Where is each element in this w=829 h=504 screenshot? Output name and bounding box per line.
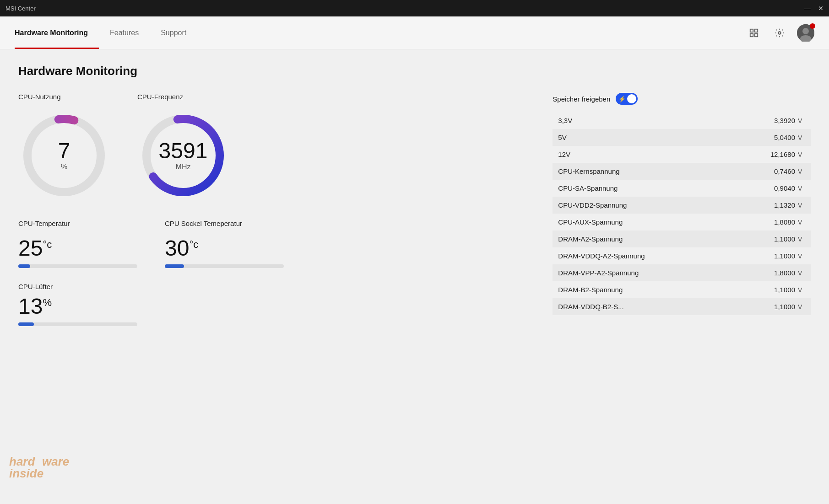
voltage-unit-4: V bbox=[798, 185, 805, 192]
svg-point-4 bbox=[778, 32, 781, 34]
voltage-name-7: DRAM-A2-Spannung bbox=[558, 235, 774, 243]
voltage-value-9: 1,8000 bbox=[774, 269, 795, 277]
voltage-row-1: 5V 5,0400 V bbox=[553, 129, 811, 146]
cpu-fan-bar-track bbox=[18, 322, 137, 326]
voltage-unit-6: V bbox=[798, 219, 805, 226]
cpu-freq-gauge: 3591 MHz bbox=[137, 110, 229, 201]
voltage-unit-7: V bbox=[798, 236, 805, 243]
notification-badge bbox=[810, 23, 815, 29]
voltage-unit-11: V bbox=[798, 303, 805, 311]
voltage-value-2: 12,1680 bbox=[770, 150, 795, 158]
cpu-socket-temp-display: 30°c bbox=[165, 236, 284, 261]
voltage-name-5: CPU-VDD2-Spannung bbox=[558, 201, 774, 209]
cpu-temp-section: CPU-Temperatur 25°c bbox=[18, 220, 137, 268]
toggle-icon: ⚡ bbox=[618, 96, 626, 102]
voltage-unit-5: V bbox=[798, 202, 805, 209]
voltage-name-4: CPU-SA-Spannung bbox=[558, 184, 774, 192]
svg-rect-0 bbox=[750, 29, 753, 32]
voltage-row-4: CPU-SA-Spannung 0,9040 V bbox=[553, 180, 811, 197]
tab-hardware-monitoring[interactable]: Hardware Monitoring bbox=[15, 16, 99, 49]
voltage-value-7: 1,1000 bbox=[774, 235, 795, 243]
gauges-row: CPU-Nutzung bbox=[18, 93, 534, 201]
voltage-unit-2: V bbox=[798, 151, 805, 158]
minimize-button[interactable]: — bbox=[804, 5, 811, 12]
voltage-value-8: 1,1000 bbox=[774, 252, 795, 260]
voltage-value-6: 1,8080 bbox=[774, 218, 795, 226]
cpu-freq-section: CPU-Frequenz bbox=[137, 93, 229, 201]
tab-support[interactable]: Support bbox=[150, 16, 197, 49]
voltage-unit-8: V bbox=[798, 252, 805, 260]
svg-rect-2 bbox=[750, 33, 753, 36]
voltage-name-0: 3,3V bbox=[558, 117, 774, 124]
cpu-socket-temp-bar-fill bbox=[165, 264, 184, 268]
speicher-label: Speicher freigeben bbox=[553, 95, 610, 103]
voltage-value-1: 5,0400 bbox=[774, 134, 795, 141]
voltage-value-5: 1,1320 bbox=[774, 201, 795, 209]
cpu-usage-label: CPU-Nutzung bbox=[18, 93, 61, 101]
voltage-row-11: DRAM-VDDQ-B2-S... 1,1000 V bbox=[553, 298, 811, 315]
app-title: MSI Center bbox=[5, 5, 36, 12]
voltage-row-5: CPU-VDD2-Spannung 1,1320 V bbox=[553, 197, 811, 214]
cpu-freq-label: CPU-Frequenz bbox=[137, 93, 183, 101]
voltage-value-10: 1,1000 bbox=[774, 286, 795, 294]
voltage-name-2: 12V bbox=[558, 150, 770, 158]
cpu-fan-display: 13% bbox=[18, 295, 534, 319]
voltage-value-3: 0,7460 bbox=[774, 167, 795, 175]
grid-icon bbox=[749, 28, 759, 38]
voltage-unit-9: V bbox=[798, 269, 805, 277]
cpu-usage-value: 7 bbox=[58, 140, 70, 162]
window-controls: — ✕ bbox=[804, 5, 824, 12]
fan-section: CPU-Lüfter 13% bbox=[18, 283, 534, 326]
cpu-socket-temp-value: 30°c bbox=[165, 236, 198, 260]
main-content: Hardware Monitoring CPU-Nutzung bbox=[0, 49, 829, 504]
voltage-unit-3: V bbox=[798, 168, 805, 175]
temperature-row: CPU-Temperatur 25°c CPU Sockel Temeperat… bbox=[18, 220, 534, 268]
content-area: CPU-Nutzung bbox=[18, 93, 811, 326]
svg-rect-1 bbox=[755, 29, 758, 32]
cpu-usage-gauge: 7 % bbox=[18, 110, 110, 201]
voltage-name-3: CPU-Kernspannung bbox=[558, 167, 774, 175]
voltage-value-4: 0,9040 bbox=[774, 184, 795, 192]
nav-tabs: Hardware Monitoring Features Support bbox=[15, 16, 197, 49]
voltage-name-9: DRAM-VPP-A2-Spannung bbox=[558, 269, 774, 277]
voltage-row-3: CPU-Kernspannung 0,7460 V bbox=[553, 163, 811, 180]
cpu-freq-value: 3591 bbox=[159, 140, 208, 162]
cpu-temp-value: 25°c bbox=[18, 236, 52, 260]
voltage-name-10: DRAM-B2-Spannung bbox=[558, 286, 774, 294]
voltage-name-1: 5V bbox=[558, 134, 774, 141]
nav-actions bbox=[746, 24, 814, 42]
voltage-row-9: DRAM-VPP-A2-Spannung 1,8000 V bbox=[553, 264, 811, 281]
voltage-row-10: DRAM-B2-Spannung 1,1000 V bbox=[553, 281, 811, 298]
voltage-value-0: 3,3920 bbox=[774, 117, 795, 124]
svg-rect-3 bbox=[755, 33, 758, 36]
voltage-unit-0: V bbox=[798, 117, 805, 124]
titlebar: MSI Center — ✕ bbox=[0, 0, 829, 16]
voltage-row-0: 3,3V 3,3920 V bbox=[553, 112, 811, 129]
avatar[interactable] bbox=[797, 24, 814, 42]
grid-view-button[interactable] bbox=[746, 25, 762, 41]
speicher-header: Speicher freigeben ⚡ bbox=[553, 93, 811, 105]
svg-point-6 bbox=[802, 28, 809, 34]
voltage-name-11: DRAM-VDDQ-B2-S... bbox=[558, 303, 774, 311]
voltage-value-11: 1,1000 bbox=[774, 303, 795, 311]
page-title: Hardware Monitoring bbox=[18, 64, 811, 78]
voltage-table: 3,3V 3,3920 V 5V 5,0400 V 12V 12,1680 V bbox=[553, 112, 811, 315]
cpu-temp-bar-track bbox=[18, 264, 137, 268]
settings-button[interactable] bbox=[771, 25, 788, 41]
cpu-temp-bar-fill bbox=[18, 264, 30, 268]
close-button[interactable]: ✕ bbox=[818, 5, 824, 12]
voltage-row-7: DRAM-A2-Spannung 1,1000 V bbox=[553, 231, 811, 247]
cpu-temp-display: 25°c bbox=[18, 236, 137, 261]
gear-icon bbox=[775, 28, 785, 38]
cpu-usage-section: CPU-Nutzung bbox=[18, 93, 110, 201]
voltage-name-8: DRAM-VDDQ-A2-Spannung bbox=[558, 252, 774, 260]
cpu-socket-temp-section: CPU Sockel Temeperatur 30°c bbox=[165, 220, 284, 268]
cpu-socket-temp-bar-track bbox=[165, 264, 284, 268]
tab-features[interactable]: Features bbox=[99, 16, 150, 49]
speicher-toggle[interactable]: ⚡ bbox=[616, 93, 638, 105]
cpu-fan-label: CPU-Lüfter bbox=[18, 283, 53, 290]
cpu-fan-value: 13% bbox=[18, 294, 52, 318]
cpu-fan-bar-fill bbox=[18, 322, 34, 326]
voltage-unit-1: V bbox=[798, 134, 805, 141]
cpu-temp-label: CPU-Temperatur bbox=[18, 220, 137, 227]
